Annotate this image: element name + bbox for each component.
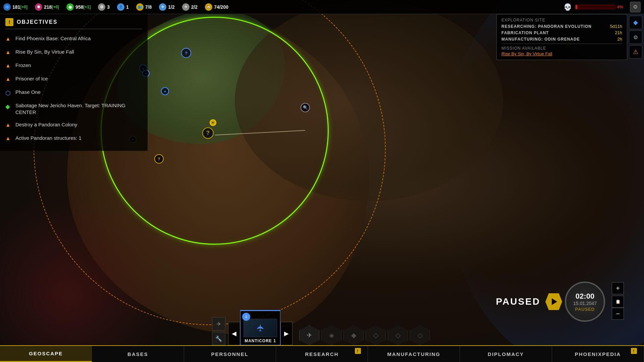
right-side-icons: ◆ ⚙ ⚠ [627,14,644,60]
clock-status: PAUSED [575,307,595,312]
zoom-out-button[interactable]: − [612,308,624,320]
obj-icon-8: ▲ [5,135,12,142]
aircraft-prev-button[interactable]: ◀ [228,322,240,345]
objective-5[interactable]: ⬡ Phase One [5,87,142,98]
aircraft-deploy-button[interactable]: ✈ [212,317,225,330]
aircraft-value: 1/2 [168,4,174,10]
aircraft-panel: ✈ 🔧 ◀ ℹ ✈ MANTICORE 1 ▶ ✈ ◈ ◆ ◇ ◇ ◇ [212,310,432,345]
tab-research[interactable]: RESEARCH ! [276,346,368,362]
mission-link[interactable]: Rise By Sin, By Virtue Fall [501,51,622,56]
action-diamond1-button[interactable]: ◈ [321,325,341,345]
obj-icon-3: ▲ [5,63,12,69]
right-icon-alert[interactable]: ⚠ [629,45,642,59]
aircraft-shape-icon: ✈ [255,324,266,332]
map-marker-question-1[interactable]: ? [202,127,214,139]
tab-bases[interactable]: BASES [92,346,184,362]
exploration-site-label: EXPLORATION SITE [501,18,545,22]
map-marker-1[interactable]: ? [181,48,191,58]
tab-geoscape-label: GEOSCAPE [29,351,63,356]
resource-aircraft: ✈ 1/2 [159,3,174,11]
obj-text-3: Frozen [15,62,31,69]
aircraft-image: ✈ [244,319,277,337]
fabrication-time: 21h [615,30,622,35]
tab-research-label: RESEARCH [305,351,338,357]
action-diamond5-button[interactable]: ◇ [410,325,430,345]
personnel-pts-delta: [+0] [52,5,59,9]
resource-supply: 181 [+0] [3,3,28,11]
personnel-icon: 👥 [136,3,144,11]
manufacturing-time: 2h [618,37,622,42]
zoom-in-button[interactable]: + [612,282,624,294]
notes-button[interactable]: 📋 [612,296,624,308]
supply-delta: [+0] [20,5,28,9]
researching-row: RESEARCHING: PANDORAN EVOLUTION 5d11h [501,24,622,29]
map-marker-search[interactable]: 🔍 [301,103,310,112]
tab-bases-label: BASES [127,351,148,357]
objective-6[interactable]: ◆ Sabotage New Jericho Haven. Target: TR… [5,101,142,117]
action-diamond2-button[interactable]: ◆ [343,325,364,345]
objective-2[interactable]: ▲ Rise By Sin, By Virtue Fall [5,47,142,57]
objective-1[interactable]: ▲ Find Phoenix Base: Central Africa [5,34,142,44]
phoenixpedia-badge: ! [631,348,637,354]
pause-control: PAUSED 02:00 15.01.2047 PAUSED + 📋 − [496,282,624,322]
supply-icon [3,3,11,11]
resource-tasks: ⚙ 3 [98,3,110,11]
right-icon-diamond[interactable]: ◆ [629,16,642,29]
exploration-site-row: EXPLORATION SITE [501,18,622,22]
resource-vehicles: ✈ 2/2 [182,3,198,11]
tab-diplomacy[interactable]: DIPLOMACY [460,346,552,362]
mission-available-label: MISSION AVAILABLE [501,46,622,51]
objectives-header: ! OBJECTIVES [5,18,142,29]
aircraft-repair-button[interactable]: 🔧 [212,332,225,345]
obj-text-8: Active Pandoran structures: 1 [15,135,82,141]
objective-4[interactable]: ▲ Prisoner of Ice [5,74,142,84]
play-button[interactable] [545,293,562,310]
aircraft-next-button[interactable]: ▶ [280,322,292,345]
aircraft-base-marker[interactable]: ✈ [210,119,216,126]
personnel-value: 7/8 [145,4,152,10]
tech-value: 958 [75,4,83,10]
paused-label: PAUSED [496,296,540,307]
objective-8[interactable]: ▲ Active Pandoran structures: 1 [5,133,142,143]
vehicles-value: 2/2 [191,4,198,10]
research-badge: ! [355,348,361,354]
action-move-button[interactable]: ✈ [299,325,319,345]
settings-button[interactable]: ⚙ [630,2,641,12]
top-bar: 181 [+0] ❋ 218 [+0] ◉ 958 [+1] ⚙ 3 👤 1 👥… [0,0,644,14]
obj-text-2: Rise By Sin, By Virtue Fall [15,49,74,55]
tasks-icon: ⚙ [98,3,105,11]
tab-geoscape[interactable]: GEOSCAPE [0,346,92,362]
obj-icon-1: ▲ [5,36,12,43]
objectives-title: OBJECTIVES [17,19,57,25]
researching-time: 5d11h [610,24,622,29]
map-marker-aircraft-3[interactable]: ● [161,87,169,95]
right-icon-gear[interactable]: ⚙ [629,31,642,44]
tab-manufacturing-label: MANUFACTURING [387,351,441,357]
storage-value: 74/200 [214,4,228,10]
clock-time: 02:00 [576,292,594,301]
action-diamond3-button[interactable]: ◇ [366,325,386,345]
action-diamond4-button[interactable]: ◇ [388,325,408,345]
tab-personnel-label: PERSONNEL [211,351,249,357]
manufacturing-row: MANUFACTURING: ODIN GRENADE 2h [501,37,622,42]
manufacturing-label: MANUFACTURING: ODIN GRENADE [501,37,580,42]
svg-marker-0 [5,5,9,9]
aircraft-name: MANTICORE 1 [245,339,276,343]
obj-icon-6: ◆ [5,103,12,110]
aircraft-card-manticore[interactable]: ℹ ✈ MANTICORE 1 [240,310,280,345]
objective-7[interactable]: ▲ Destroy a Pandoran Colony [5,120,142,130]
alert-percent: 4% [617,4,623,9]
obj-text-1: Find Phoenix Base: Central Africa [15,35,91,42]
clock-date: 15.01.2047 [573,301,597,306]
tab-personnel[interactable]: PERSONNEL [184,346,276,362]
tab-manufacturing[interactable]: MANUFACTURING [368,346,460,362]
tab-phoenixpedia[interactable]: PHOENIXPEDIA ! [552,346,644,362]
divider [501,44,622,44]
objectives-panel: ! OBJECTIVES ▲ Find Phoenix Base: Centra… [0,14,148,151]
personnel-pts-value: 218 [44,4,52,10]
map-marker-question-2[interactable]: ? [154,154,164,164]
action-icons-group: ✈ ◈ ◆ ◇ ◇ ◇ [299,325,432,345]
vehicles-icon: ✈ [182,3,190,11]
zoom-controls: + 📋 − [612,282,624,321]
objective-3[interactable]: ▲ Frozen [5,61,142,71]
